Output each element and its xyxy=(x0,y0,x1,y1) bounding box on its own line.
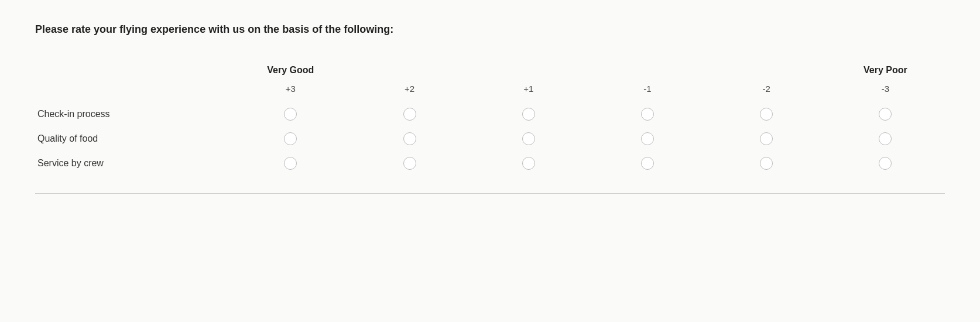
radio-cell-service_crew-m2[interactable] xyxy=(707,151,826,176)
radio-cell-service_crew-p3[interactable] xyxy=(231,151,350,176)
radio-check_in-m2[interactable] xyxy=(760,108,773,121)
score-col-p2: +2 xyxy=(350,78,469,102)
radio-check_in-m3[interactable] xyxy=(879,108,892,121)
radio-check_in-p3[interactable] xyxy=(284,108,297,121)
radio-cell-quality_food-m1[interactable] xyxy=(588,126,707,151)
empty-header xyxy=(35,59,231,78)
radio-cell-check_in-m2[interactable] xyxy=(707,102,826,126)
score-col-m2: -2 xyxy=(707,78,826,102)
radio-service_crew-p3[interactable] xyxy=(284,157,297,170)
label-service_crew: Service by crew xyxy=(35,151,231,176)
survey-container: Please rate your flying experience with … xyxy=(0,0,980,194)
radio-cell-quality_food-m2[interactable] xyxy=(707,126,826,151)
radio-check_in-m1[interactable] xyxy=(641,108,654,121)
empty-col-4 xyxy=(588,59,707,78)
radio-cell-service_crew-p2[interactable] xyxy=(350,151,469,176)
radio-cell-check_in-m1[interactable] xyxy=(588,102,707,126)
score-col-m1: -1 xyxy=(588,78,707,102)
table-row: Service by crew xyxy=(35,151,945,176)
score-col-p1: +1 xyxy=(469,78,588,102)
radio-cell-check_in-m3[interactable] xyxy=(826,102,945,126)
radio-cell-quality_food-p1[interactable] xyxy=(469,126,588,151)
section-divider xyxy=(35,193,945,194)
empty-col-5 xyxy=(707,59,826,78)
header-row-labels: Very Good Very Poor xyxy=(35,59,945,78)
radio-cell-service_crew-m3[interactable] xyxy=(826,151,945,176)
radio-quality_food-m2[interactable] xyxy=(760,132,773,145)
table-row: Quality of food xyxy=(35,126,945,151)
radio-cell-quality_food-p3[interactable] xyxy=(231,126,350,151)
radio-quality_food-m3[interactable] xyxy=(879,132,892,145)
radio-cell-check_in-p1[interactable] xyxy=(469,102,588,126)
radio-cell-service_crew-p1[interactable] xyxy=(469,151,588,176)
rating-table: Very Good Very Poor +3 +2 +1 -1 -2 -3 Ch… xyxy=(35,59,945,176)
main-question: Please rate your flying experience with … xyxy=(35,23,945,36)
radio-quality_food-p2[interactable] xyxy=(403,132,416,145)
radio-check_in-p2[interactable] xyxy=(403,108,416,121)
radio-quality_food-p1[interactable] xyxy=(522,132,535,145)
radio-quality_food-m1[interactable] xyxy=(641,132,654,145)
header-row-scores: +3 +2 +1 -1 -2 -3 xyxy=(35,78,945,102)
empty-col-2 xyxy=(350,59,469,78)
radio-cell-service_crew-m1[interactable] xyxy=(588,151,707,176)
very-good-header: Very Good xyxy=(231,59,350,78)
radio-service_crew-m1[interactable] xyxy=(641,157,654,170)
radio-cell-quality_food-p2[interactable] xyxy=(350,126,469,151)
score-col-p3: +3 xyxy=(231,78,350,102)
radio-cell-quality_food-m3[interactable] xyxy=(826,126,945,151)
empty-col-3 xyxy=(469,59,588,78)
radio-check_in-p1[interactable] xyxy=(522,108,535,121)
radio-service_crew-m3[interactable] xyxy=(879,157,892,170)
empty-score-label xyxy=(35,78,231,102)
very-poor-header: Very Poor xyxy=(826,59,945,78)
radio-service_crew-m2[interactable] xyxy=(760,157,773,170)
radio-service_crew-p1[interactable] xyxy=(522,157,535,170)
label-check_in: Check-in process xyxy=(35,102,231,126)
score-col-m3: -3 xyxy=(826,78,945,102)
label-quality_food: Quality of food xyxy=(35,126,231,151)
radio-cell-check_in-p3[interactable] xyxy=(231,102,350,126)
radio-cell-check_in-p2[interactable] xyxy=(350,102,469,126)
radio-service_crew-p2[interactable] xyxy=(403,157,416,170)
radio-quality_food-p3[interactable] xyxy=(284,132,297,145)
table-row: Check-in process xyxy=(35,102,945,126)
